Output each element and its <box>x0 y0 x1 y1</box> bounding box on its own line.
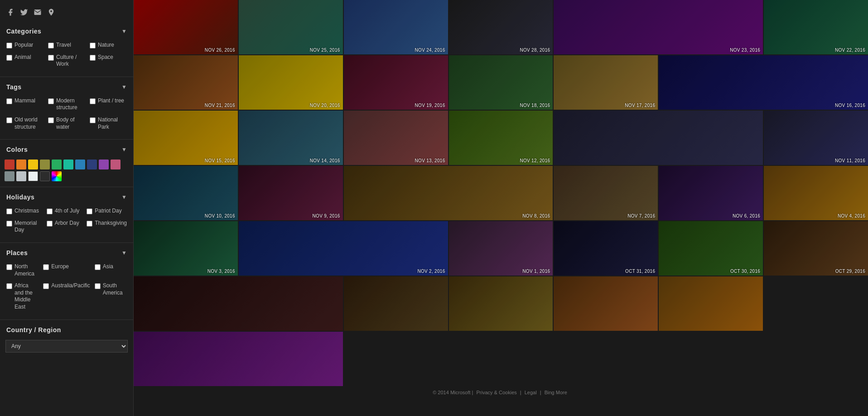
tag-plant-tree[interactable]: Plant / tree <box>88 96 129 113</box>
swatch-red[interactable] <box>5 160 14 169</box>
photo-item[interactable]: NOV 25, 2016 <box>239 0 343 54</box>
tag-modern-structure[interactable]: Modern structure <box>46 96 87 113</box>
holiday-thanksgiving-checkbox[interactable] <box>87 221 92 227</box>
place-africa[interactable]: Africa and the Middle East <box>5 281 40 312</box>
holiday-patriot-day[interactable]: Patriot Day <box>85 206 129 216</box>
photo-item[interactable]: NOV 20, 2016 <box>239 55 343 110</box>
swatch-dark[interactable] <box>40 171 50 181</box>
photo-item[interactable]: NOV 6, 2016 <box>659 166 763 220</box>
places-header[interactable]: Places ▼ <box>0 246 133 260</box>
photo-item[interactable]: OCT 29, 2016 <box>764 221 868 276</box>
photo-item[interactable]: NOV 1, 2016 <box>449 221 553 276</box>
swatch-cyan[interactable] <box>75 160 85 169</box>
holidays-header[interactable]: Holidays ▼ <box>0 190 133 204</box>
category-animal-checkbox[interactable] <box>6 55 12 61</box>
place-north-america[interactable]: North America <box>5 262 40 279</box>
swatch-pink[interactable] <box>111 160 121 169</box>
swatch-lightgray[interactable] <box>16 171 26 181</box>
photo-item[interactable]: OCT 30, 2016 <box>659 221 763 276</box>
photo-item[interactable]: OCT 31, 2016 <box>554 221 658 276</box>
photo-item[interactable]: NOV 13, 2016 <box>344 111 448 165</box>
holiday-arbor-day-checkbox[interactable] <box>47 221 53 227</box>
footer-privacy-link[interactable]: Privacy & Cookies <box>477 390 517 395</box>
holiday-memorial-day-checkbox[interactable] <box>6 221 12 227</box>
country-select[interactable]: Any <box>5 340 128 353</box>
holiday-thanksgiving[interactable]: Thanksgiving <box>85 218 129 235</box>
twitter-icon[interactable] <box>20 8 28 19</box>
photo-item[interactable] <box>659 276 763 331</box>
photo-item[interactable] <box>449 276 553 331</box>
photo-item[interactable]: NOV 11, 2016 <box>764 111 868 165</box>
category-travel-checkbox[interactable] <box>48 43 54 48</box>
place-australia[interactable]: Australia/Pacific <box>41 281 92 312</box>
email-icon[interactable] <box>34 8 42 19</box>
holiday-arbor-day[interactable]: Arbor Day <box>45 218 84 235</box>
category-nature-checkbox[interactable] <box>90 43 96 48</box>
swatch-rainbow[interactable] <box>52 171 62 181</box>
category-animal[interactable]: Animal <box>5 53 45 69</box>
swatch-white[interactable] <box>28 171 38 181</box>
colors-header[interactable]: Colors ▼ <box>0 142 133 157</box>
facebook-icon[interactable] <box>6 8 14 19</box>
tag-modern-structure-checkbox[interactable] <box>48 98 54 104</box>
place-asia[interactable]: Asia <box>93 262 129 279</box>
photo-item[interactable]: NOV 3, 2016 <box>134 221 238 276</box>
photo-item[interactable]: NOV 26, 2016 <box>134 0 238 54</box>
country-header[interactable]: Country / Region <box>0 323 133 337</box>
photo-item[interactable]: NOV 8, 2016 <box>344 166 553 220</box>
holiday-memorial-day[interactable]: Memorial Day <box>5 218 44 235</box>
place-africa-checkbox[interactable] <box>6 283 12 289</box>
photo-item[interactable]: NOV 22, 2016 <box>764 0 868 54</box>
swatch-teal[interactable] <box>63 160 73 169</box>
tag-mammal-checkbox[interactable] <box>6 98 12 104</box>
swatch-purple[interactable] <box>99 160 109 169</box>
category-nature[interactable]: Nature <box>88 40 129 50</box>
tag-national-park[interactable]: National Park <box>88 115 129 132</box>
swatch-green[interactable] <box>52 160 62 169</box>
tag-old-world-checkbox[interactable] <box>6 117 12 123</box>
holiday-4th-july[interactable]: 4th of July <box>45 206 84 216</box>
categories-header[interactable]: Categories ▼ <box>0 24 133 39</box>
photo-item[interactable]: NOV 9, 2016 <box>239 166 343 220</box>
swatch-blue[interactable] <box>87 160 97 169</box>
photo-item[interactable] <box>554 111 763 165</box>
photo-item[interactable]: NOV 12, 2016 <box>449 111 553 165</box>
holiday-4th-july-checkbox[interactable] <box>47 208 53 214</box>
photo-item[interactable]: NOV 7, 2016 <box>554 166 658 220</box>
swatch-orange[interactable] <box>16 160 26 169</box>
footer-legal-link[interactable]: Legal <box>525 390 537 395</box>
tag-body-of-water-checkbox[interactable] <box>48 117 54 123</box>
tags-header[interactable]: Tags ▼ <box>0 80 133 94</box>
place-europe-checkbox[interactable] <box>43 264 49 270</box>
photo-item[interactable]: NOV 10, 2016 <box>134 166 238 220</box>
category-culture-checkbox[interactable] <box>48 55 54 61</box>
category-travel[interactable]: Travel <box>46 40 87 50</box>
footer-bing-link[interactable]: Bing More <box>545 390 567 395</box>
photo-item[interactable] <box>134 276 343 331</box>
tag-national-park-checkbox[interactable] <box>90 117 96 123</box>
photo-item[interactable]: NOV 15, 2016 <box>134 111 238 165</box>
swatch-olive[interactable] <box>40 160 50 169</box>
tag-mammal[interactable]: Mammal <box>5 96 45 113</box>
pin-icon[interactable] <box>47 8 55 19</box>
holiday-patriot-day-checkbox[interactable] <box>87 208 92 214</box>
photo-item[interactable]: NOV 23, 2016 <box>554 0 763 54</box>
photo-item[interactable]: NOV 14, 2016 <box>239 111 343 165</box>
place-north-america-checkbox[interactable] <box>6 264 12 270</box>
holiday-christmas[interactable]: Christmas <box>5 206 44 216</box>
photo-item[interactable] <box>344 276 448 331</box>
photo-item[interactable]: NOV 16, 2016 <box>659 55 868 110</box>
photo-item[interactable]: NOV 21, 2016 <box>134 55 238 110</box>
photo-item[interactable] <box>134 332 343 386</box>
photo-item[interactable] <box>554 276 658 331</box>
place-asia-checkbox[interactable] <box>95 264 101 270</box>
category-popular-checkbox[interactable] <box>6 43 12 48</box>
place-australia-checkbox[interactable] <box>43 283 49 289</box>
place-south-america[interactable]: South America <box>93 281 129 312</box>
category-culture[interactable]: Culture / Work <box>46 53 87 69</box>
tag-body-of-water[interactable]: Body of water <box>46 115 87 132</box>
place-south-america-checkbox[interactable] <box>95 283 101 289</box>
swatch-yellow[interactable] <box>28 160 38 169</box>
photo-item[interactable]: NOV 28, 2016 <box>449 0 553 54</box>
tag-plant-tree-checkbox[interactable] <box>90 98 96 104</box>
